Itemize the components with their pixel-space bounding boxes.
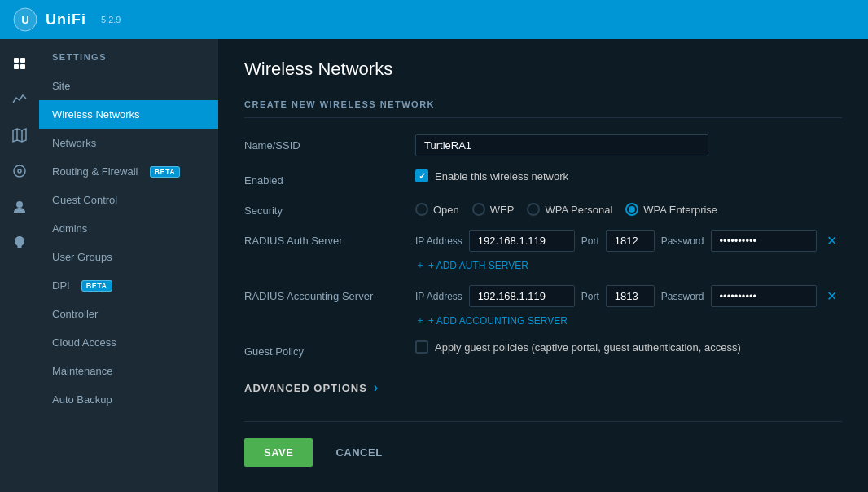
enabled-control: Enable this wireless network (415, 169, 842, 182)
radius-acct-pass-label: Password (661, 291, 704, 302)
add-auth-server-link[interactable]: ＋ + ADD AUTH SERVER (415, 258, 842, 272)
dpi-badge: BETA (81, 280, 112, 292)
radius-auth-control: IP Address Port Password ✕ ＋ + ADD AUTH … (415, 230, 842, 272)
radius-acct-label: RADIUS Accounting Server (244, 285, 415, 302)
topbar: U UniFi 5.2.9 (0, 0, 868, 39)
radio-wpa-enterprise[interactable]: WPA Enterprise (625, 203, 717, 216)
sidebar-item-admins[interactable]: Admins (39, 214, 218, 243)
radio-wep[interactable]: WEP (472, 203, 515, 216)
icon-bar-map[interactable] (3, 119, 36, 152)
sidebar-item-routing-firewall[interactable]: Routing & Firewall BETA (39, 157, 218, 186)
insights-icon (11, 235, 28, 251)
radius-acct-port-label: Port (581, 291, 599, 302)
radius-acct-port-input[interactable] (606, 285, 655, 307)
section-title: CREATE NEW WIRELESS NETWORK (244, 99, 842, 118)
security-label: Security (244, 200, 415, 217)
sidebar-item-controller[interactable]: Controller (39, 300, 218, 328)
page-title: Wireless Networks (244, 59, 842, 80)
sidebar: SETTINGS Site Wireless Networks Networks… (39, 39, 218, 492)
sidebar-item-wireless-networks[interactable]: Wireless Networks (39, 100, 218, 129)
radio-wpa-personal-circle (527, 203, 540, 216)
guest-policy-row: Guest Policy Apply guest policies (capti… (244, 340, 842, 358)
name-ssid-label: Name/SSID (244, 134, 415, 152)
guest-policy-checkbox[interactable] (415, 340, 428, 354)
sidebar-item-wireless-networks-label: Wireless Networks (52, 108, 140, 121)
radio-wpa-personal[interactable]: WPA Personal (527, 203, 612, 216)
name-ssid-row: Name/SSID (244, 134, 842, 156)
add-acct-server-label: + ADD ACCOUNTING SERVER (428, 315, 568, 327)
radius-auth-label: RADIUS Auth Server (244, 230, 415, 247)
name-ssid-control (415, 134, 842, 156)
sidebar-item-cloud-access[interactable]: Cloud Access (39, 328, 218, 357)
unifi-logo-icon: U (13, 7, 37, 32)
logo-text: UniFi (46, 11, 86, 29)
guest-policy-label: Guest Policy (244, 340, 415, 358)
radius-acct-row: RADIUS Accounting Server IP Address Port… (244, 285, 842, 327)
sidebar-item-auto-backup[interactable]: Auto Backup (39, 385, 218, 414)
enabled-label: Enabled (244, 169, 415, 187)
radius-auth-ip-input[interactable] (469, 230, 575, 252)
svg-rect-4 (14, 64, 19, 69)
add-acct-server-link[interactable]: ＋ + ADD ACCOUNTING SERVER (415, 314, 842, 327)
radius-acct-pass-input[interactable] (711, 285, 817, 307)
sidebar-item-dpi[interactable]: DPI BETA (39, 271, 218, 300)
radio-wep-label: WEP (490, 204, 515, 216)
radius-auth-remove-button[interactable]: ✕ (823, 231, 840, 250)
enabled-row: Enabled Enable this wireless network (244, 169, 842, 187)
sidebar-item-maintenance[interactable]: Maintenance (39, 357, 218, 385)
radius-auth-ip-label: IP Address (415, 235, 462, 247)
enabled-checkbox[interactable] (415, 169, 428, 182)
radio-open[interactable]: Open (415, 203, 459, 216)
sidebar-item-user-groups[interactable]: User Groups (39, 243, 218, 271)
version-label: 5.2.9 (101, 15, 121, 24)
radius-acct-ip-label: IP Address (415, 291, 462, 302)
sidebar-item-site-label: Site (52, 80, 70, 92)
sidebar-item-networks-label: Networks (52, 137, 96, 149)
devices-icon (11, 163, 28, 179)
radius-acct-remove-button[interactable]: ✕ (823, 287, 840, 305)
sidebar-item-networks[interactable]: Networks (39, 129, 218, 157)
content-area: Wireless Networks CREATE NEW WIRELESS NE… (218, 39, 868, 492)
radius-acct-server-row: IP Address Port Password ✕ (415, 285, 842, 307)
icon-bar-dashboard[interactable] (3, 47, 36, 80)
radius-acct-control: IP Address Port Password ✕ ＋ + ADD ACCOU… (415, 285, 842, 327)
button-row: SAVE CANCEL (244, 421, 842, 467)
security-radio-group: Open WEP WPA Personal WPA Enterprise (415, 200, 842, 216)
sidebar-item-user-groups-label: User Groups (52, 251, 112, 263)
map-icon (11, 127, 28, 143)
radio-wep-circle (472, 203, 485, 216)
sidebar-item-guest-control[interactable]: Guest Control (39, 186, 218, 214)
logo: U UniFi 5.2.9 (13, 7, 121, 32)
security-row: Security Open WEP WPA Personal (244, 200, 842, 217)
icon-bar-clients[interactable] (3, 191, 36, 223)
sidebar-item-admins-label: Admins (52, 222, 87, 235)
svg-point-10 (18, 169, 21, 173)
radius-auth-pass-input[interactable] (711, 230, 817, 252)
icon-bar-devices[interactable] (3, 155, 36, 187)
guest-policy-control: Apply guest policies (captive portal, gu… (415, 340, 842, 354)
cancel-button[interactable]: CANCEL (322, 438, 395, 467)
radius-acct-ip-input[interactable] (469, 285, 575, 307)
sidebar-item-auto-backup-label: Auto Backup (52, 393, 112, 406)
radius-auth-pass-label: Password (661, 235, 704, 247)
enable-label: Enable this wireless network (435, 170, 568, 182)
icon-bar (0, 39, 39, 492)
radio-wpa-enterprise-circle (625, 203, 638, 216)
svg-point-11 (16, 201, 23, 208)
sidebar-item-dpi-label: DPI (52, 279, 70, 292)
radius-auth-port-label: Port (581, 235, 599, 247)
radius-auth-port-input[interactable] (606, 230, 655, 252)
add-acct-server-plus-icon: ＋ (415, 314, 425, 327)
save-button[interactable]: SAVE (244, 438, 313, 467)
icon-bar-insights[interactable] (3, 226, 36, 259)
icon-bar-statistics[interactable] (3, 83, 36, 116)
radio-wpa-enterprise-label: WPA Enterprise (643, 204, 717, 216)
name-ssid-input[interactable] (415, 134, 708, 156)
security-control: Open WEP WPA Personal WPA Enterprise (415, 200, 842, 216)
advanced-options-toggle[interactable]: ADVANCED OPTIONS › (244, 371, 842, 405)
svg-rect-2 (14, 58, 19, 63)
sidebar-item-site[interactable]: Site (39, 72, 218, 100)
clients-icon (11, 199, 28, 215)
radio-open-label: Open (433, 204, 459, 216)
routing-firewall-badge: BETA (150, 166, 181, 178)
